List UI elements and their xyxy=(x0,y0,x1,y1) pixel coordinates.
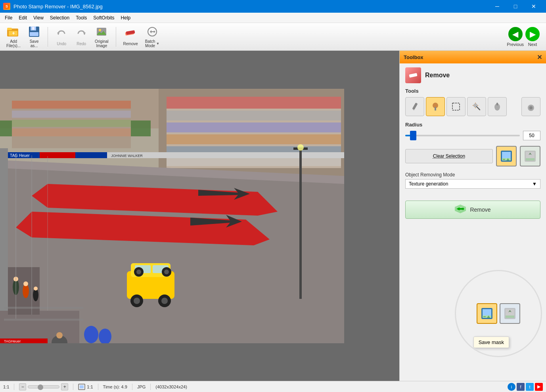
save-mask-tooltip-label: Save mask xyxy=(479,339,504,345)
social-icons-area: i f t ▶ xyxy=(508,383,543,391)
pencil-tool-button[interactable] xyxy=(405,97,424,116)
time-label: Time (s): 4.9 xyxy=(103,384,127,389)
svg-rect-81 xyxy=(12,120,131,127)
svg-rect-88 xyxy=(452,103,460,110)
zoom-thumb[interactable] xyxy=(38,384,43,390)
batch-mode-icon xyxy=(146,25,159,38)
image-area[interactable]: TAG Heuer JOHNNIE WALKER xyxy=(0,51,399,381)
remove-action-icon xyxy=(455,205,466,215)
add-files-icon: + xyxy=(7,25,20,38)
remove-icon-big xyxy=(405,67,421,83)
texture-generation-dropdown[interactable]: Texture generation ▼ xyxy=(405,179,540,189)
radius-value[interactable]: 50 xyxy=(523,131,540,140)
info-button[interactable]: i xyxy=(508,383,515,391)
remove-toolbar-icon xyxy=(124,28,137,40)
save-mask-tooltip: Save mask xyxy=(473,337,509,348)
previous-arrow-icon: ◀ xyxy=(508,27,523,41)
next-button[interactable]: ▶ Next xyxy=(525,27,540,47)
extra-tool-button[interactable] xyxy=(521,97,540,116)
svg-marker-12 xyxy=(83,33,86,35)
prev-next-area: ◀ Previous ▶ Next xyxy=(507,27,543,47)
magic-wand-tool-button[interactable] xyxy=(467,97,486,116)
twitter-button[interactable]: t xyxy=(526,383,534,391)
close-button[interactable]: ✕ xyxy=(525,0,543,13)
menu-view[interactable]: View xyxy=(30,14,47,21)
save-as-label: Save as... xyxy=(30,39,39,48)
youtube-button[interactable]: ▶ xyxy=(535,383,543,391)
circular-overlay: Save mask xyxy=(455,270,542,357)
menu-file[interactable]: File xyxy=(2,14,15,21)
batch-mode-button[interactable]: Batch Mode ▼ xyxy=(142,24,163,50)
svg-rect-84 xyxy=(412,103,418,110)
clear-selection-button[interactable]: Clear Selection xyxy=(405,149,493,163)
svg-rect-83 xyxy=(409,73,417,78)
minimize-button[interactable]: ─ xyxy=(488,0,506,13)
zoom-in-button[interactable]: + xyxy=(61,383,68,390)
facebook-button[interactable]: f xyxy=(517,383,525,391)
svg-rect-56 xyxy=(0,311,79,343)
remove-toolbar-label: Remove xyxy=(123,42,138,46)
radius-slider[interactable] xyxy=(405,132,520,140)
svg-rect-9 xyxy=(32,27,34,30)
svg-rect-23 xyxy=(167,111,341,120)
clone-stamp-tool-button[interactable] xyxy=(488,97,507,116)
add-files-button[interactable]: + Add File(s)... xyxy=(3,24,24,50)
svg-rect-64 xyxy=(299,148,302,299)
race-image[interactable]: TAG Heuer JOHNNIE WALKER xyxy=(0,89,344,343)
menu-edit[interactable]: Edit xyxy=(15,14,30,21)
zoom-slider[interactable] xyxy=(28,385,59,388)
save-as-icon xyxy=(28,25,40,38)
menu-bar: File Edit View Selection Tools SoftOrbit… xyxy=(0,13,546,23)
svg-rect-51 xyxy=(40,152,75,158)
menu-help[interactable]: Help xyxy=(118,14,134,21)
svg-point-45 xyxy=(136,270,141,274)
title-bar: S Photo Stamp Remover - IMG_8562.jpg ─ □… xyxy=(0,0,546,13)
toolbox-close-button[interactable]: ✕ xyxy=(537,54,542,61)
svg-rect-52 xyxy=(75,152,107,158)
zoom-controls[interactable]: − + xyxy=(19,383,68,390)
svg-point-71 xyxy=(84,326,98,343)
menu-tools[interactable]: Tools xyxy=(73,14,90,21)
previous-button[interactable]: ◀ Previous xyxy=(507,27,524,47)
format-status: JPG xyxy=(137,384,146,389)
app-icon: S xyxy=(3,3,10,10)
svg-point-74 xyxy=(56,332,63,338)
svg-text:TAG Heuer: TAG Heuer xyxy=(10,153,30,158)
svg-rect-120 xyxy=(80,385,84,388)
remove-action-button[interactable]: Remove xyxy=(405,201,540,219)
original-image-button[interactable]: Original Image xyxy=(92,24,111,50)
save-mask-button[interactable] xyxy=(496,146,517,166)
previous-label: Previous xyxy=(507,42,524,47)
zoom-save-mask-button[interactable] xyxy=(477,303,497,324)
zoom-load-mask-button[interactable] xyxy=(500,303,520,324)
window-title: Photo Stamp Remover - IMG_8562.jpg xyxy=(13,4,103,10)
remove-button-toolbar[interactable]: Remove xyxy=(120,26,141,48)
svg-rect-24 xyxy=(167,122,341,132)
toolbox-header: Toolbox ✕ xyxy=(400,51,546,63)
redo-button[interactable]: Redo xyxy=(72,26,91,48)
tools-label: Tools xyxy=(405,88,540,94)
save-as-button[interactable]: Save as... xyxy=(25,24,44,50)
svg-rect-10 xyxy=(30,32,38,36)
svg-text:TAGHeuer: TAGHeuer xyxy=(4,339,21,343)
radius-thumb[interactable] xyxy=(410,131,416,140)
object-removing-mode-label: Object Removing Mode xyxy=(405,172,540,178)
menu-softorbits[interactable]: SoftOrbits xyxy=(90,14,117,21)
toolbar: + Add File(s)... Save as... xyxy=(0,23,546,51)
brush-tool-button[interactable] xyxy=(426,97,445,116)
svg-point-61 xyxy=(23,281,28,286)
svg-rect-22 xyxy=(167,97,341,109)
radius-label: Radius xyxy=(405,122,540,128)
svg-point-43 xyxy=(161,298,168,304)
undo-button[interactable]: Undo xyxy=(52,26,71,48)
remove-action-label: Remove xyxy=(470,207,490,213)
zoom-mask-buttons xyxy=(477,303,520,324)
menu-selection[interactable]: Selection xyxy=(47,14,73,21)
toolbox-remove-section: Remove Tools xyxy=(400,63,546,197)
maximize-button[interactable]: □ xyxy=(506,0,525,13)
format-label: JPG xyxy=(137,384,146,389)
load-mask-button[interactable] xyxy=(520,146,540,166)
rect-select-tool-button[interactable] xyxy=(446,97,466,116)
zoom-out-button[interactable]: − xyxy=(19,383,26,390)
frame-status: 1:1 xyxy=(78,384,93,390)
